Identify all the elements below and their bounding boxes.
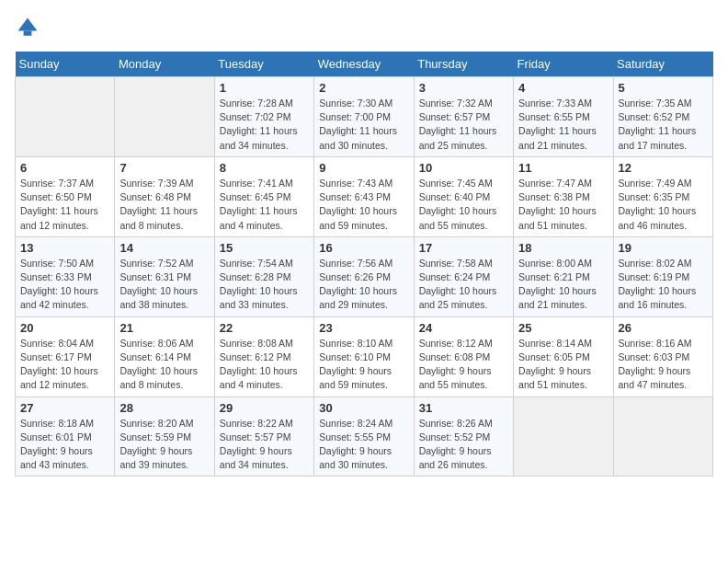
calendar-cell: 24Sunrise: 8:12 AMSunset: 6:08 PMDayligh… [414, 316, 513, 396]
sunset-text: Sunset: 6:28 PM [220, 271, 291, 282]
calendar-cell: 6Sunrise: 7:37 AMSunset: 6:50 PMDaylight… [16, 156, 115, 236]
cell-details: Sunrise: 8:06 AMSunset: 6:14 PMDaylight:… [119, 337, 209, 393]
calendar-cell: 7Sunrise: 7:39 AMSunset: 6:48 PMDaylight… [115, 156, 214, 236]
cell-details: Sunrise: 7:50 AMSunset: 6:33 PMDaylight:… [20, 257, 109, 313]
sunset-text: Sunset: 6:45 PM [220, 191, 291, 202]
sunrise-text: Sunrise: 7:54 AM [220, 258, 293, 269]
cell-details: Sunrise: 8:14 AMSunset: 6:05 PMDaylight:… [518, 337, 608, 393]
day-number: 30 [319, 401, 408, 415]
sunrise-text: Sunrise: 7:35 AM [619, 98, 692, 109]
daylight-text: Daylight: 11 hours and 25 minutes. [419, 125, 497, 150]
day-number: 18 [518, 241, 608, 255]
calendar-cell [514, 396, 613, 477]
day-number: 23 [319, 321, 408, 335]
sunset-text: Sunset: 6:55 PM [518, 111, 590, 122]
sunset-text: Sunset: 5:57 PM [220, 431, 291, 442]
sunset-text: Sunset: 6:08 PM [419, 351, 491, 362]
sunrise-text: Sunrise: 8:06 AM [119, 338, 193, 349]
daylight-text: Daylight: 9 hours and 55 minutes. [419, 365, 492, 390]
daylight-text: Daylight: 9 hours and 39 minutes. [119, 445, 192, 470]
day-number: 27 [20, 401, 109, 415]
sunset-text: Sunset: 6:14 PM [119, 351, 191, 362]
calendar-cell [613, 396, 712, 477]
daylight-text: Daylight: 10 hours and 42 minutes. [20, 285, 98, 310]
day-number: 20 [20, 321, 109, 335]
day-number: 29 [220, 401, 309, 415]
sunrise-text: Sunrise: 8:14 AM [518, 338, 592, 349]
sunrise-text: Sunrise: 7:58 AM [419, 258, 493, 269]
sunset-text: Sunset: 5:52 PM [419, 431, 491, 442]
day-of-week-header: Saturday [613, 52, 712, 77]
sunrise-text: Sunrise: 8:00 AM [518, 258, 592, 269]
cell-details: Sunrise: 7:28 AMSunset: 7:02 PMDaylight:… [220, 97, 309, 153]
calendar-week-row: 13Sunrise: 7:50 AMSunset: 6:33 PMDayligh… [16, 236, 713, 316]
cell-details: Sunrise: 7:32 AMSunset: 6:57 PMDaylight:… [419, 97, 508, 153]
sunrise-text: Sunrise: 7:39 AM [119, 178, 193, 189]
daylight-text: Daylight: 10 hours and 33 minutes. [220, 285, 298, 310]
day-number: 31 [419, 401, 508, 415]
calendar-week-row: 1Sunrise: 7:28 AMSunset: 7:02 PMDaylight… [16, 77, 713, 157]
calendar-cell: 26Sunrise: 8:16 AMSunset: 6:03 PMDayligh… [613, 316, 712, 396]
daylight-text: Daylight: 10 hours and 38 minutes. [119, 285, 198, 310]
sunrise-text: Sunrise: 8:20 AM [119, 418, 193, 429]
daylight-text: Daylight: 10 hours and 46 minutes. [619, 205, 697, 230]
calendar-cell: 29Sunrise: 8:22 AMSunset: 5:57 PMDayligh… [214, 396, 313, 477]
daylight-text: Daylight: 9 hours and 59 minutes. [319, 365, 392, 390]
cell-details: Sunrise: 7:30 AMSunset: 7:00 PMDaylight:… [319, 97, 408, 153]
calendar-cell: 2Sunrise: 7:30 AMSunset: 7:00 PMDaylight… [314, 77, 414, 157]
sunset-text: Sunset: 6:21 PM [518, 271, 590, 282]
sunset-text: Sunset: 6:17 PM [20, 351, 92, 362]
day-number: 21 [119, 321, 209, 335]
calendar-cell: 22Sunrise: 8:08 AMSunset: 6:12 PMDayligh… [214, 316, 313, 396]
calendar-cell: 18Sunrise: 8:00 AMSunset: 6:21 PMDayligh… [514, 236, 613, 316]
cell-details: Sunrise: 7:43 AMSunset: 6:43 PMDaylight:… [319, 177, 408, 233]
calendar-cell: 4Sunrise: 7:33 AMSunset: 6:55 PMDaylight… [514, 77, 613, 157]
cell-details: Sunrise: 8:04 AMSunset: 6:17 PMDaylight:… [20, 337, 109, 393]
day-of-week-header: Sunday [16, 52, 115, 77]
sunset-text: Sunset: 6:26 PM [319, 271, 391, 282]
cell-details: Sunrise: 7:52 AMSunset: 6:31 PMDaylight:… [119, 257, 209, 313]
daylight-text: Daylight: 9 hours and 51 minutes. [518, 365, 591, 390]
daylight-text: Daylight: 11 hours and 17 minutes. [619, 125, 697, 150]
calendar-week-row: 20Sunrise: 8:04 AMSunset: 6:17 PMDayligh… [16, 316, 713, 396]
cell-details: Sunrise: 8:26 AMSunset: 5:52 PMDaylight:… [419, 417, 508, 473]
sunrise-text: Sunrise: 7:37 AM [20, 178, 94, 189]
sunset-text: Sunset: 6:24 PM [419, 271, 491, 282]
day-number: 2 [319, 81, 408, 95]
day-of-week-header: Wednesday [314, 52, 414, 77]
calendar-week-row: 6Sunrise: 7:37 AMSunset: 6:50 PMDaylight… [16, 156, 713, 236]
cell-details: Sunrise: 8:18 AMSunset: 6:01 PMDaylight:… [20, 417, 109, 473]
sunrise-text: Sunrise: 7:47 AM [518, 178, 592, 189]
day-number: 6 [20, 161, 109, 175]
calendar-cell: 16Sunrise: 7:56 AMSunset: 6:26 PMDayligh… [314, 236, 414, 316]
daylight-text: Daylight: 9 hours and 26 minutes. [419, 445, 492, 470]
sunrise-text: Sunrise: 7:49 AM [619, 178, 692, 189]
calendar-cell: 21Sunrise: 8:06 AMSunset: 6:14 PMDayligh… [115, 316, 214, 396]
sunrise-text: Sunrise: 8:26 AM [419, 418, 493, 429]
calendar-table: SundayMondayTuesdayWednesdayThursdayFrid… [15, 52, 713, 477]
sunset-text: Sunset: 6:43 PM [319, 191, 391, 202]
sunset-text: Sunset: 6:33 PM [20, 271, 92, 282]
calendar-cell: 5Sunrise: 7:35 AMSunset: 6:52 PMDaylight… [613, 77, 712, 157]
daylight-text: Daylight: 9 hours and 30 minutes. [319, 445, 392, 470]
day-of-week-header: Tuesday [214, 52, 313, 77]
day-number: 22 [220, 321, 309, 335]
daylight-text: Daylight: 10 hours and 21 minutes. [518, 285, 597, 310]
day-number: 1 [220, 81, 309, 95]
day-number: 5 [619, 81, 708, 95]
sunrise-text: Sunrise: 7:33 AM [518, 98, 592, 109]
cell-details: Sunrise: 8:22 AMSunset: 5:57 PMDaylight:… [220, 417, 309, 473]
day-number: 12 [619, 161, 708, 175]
cell-details: Sunrise: 8:08 AMSunset: 6:12 PMDaylight:… [220, 337, 309, 393]
daylight-text: Daylight: 11 hours and 30 minutes. [319, 125, 397, 150]
day-of-week-header: Friday [514, 52, 613, 77]
sunset-text: Sunset: 6:19 PM [619, 271, 690, 282]
cell-details: Sunrise: 8:12 AMSunset: 6:08 PMDaylight:… [419, 337, 508, 393]
calendar-cell: 25Sunrise: 8:14 AMSunset: 6:05 PMDayligh… [514, 316, 613, 396]
cell-details: Sunrise: 7:54 AMSunset: 6:28 PMDaylight:… [220, 257, 309, 313]
day-number: 16 [319, 241, 408, 255]
sunrise-text: Sunrise: 8:24 AM [319, 418, 392, 429]
calendar-week-row: 27Sunrise: 8:18 AMSunset: 6:01 PMDayligh… [16, 396, 713, 477]
sunset-text: Sunset: 6:05 PM [518, 351, 590, 362]
calendar-cell: 17Sunrise: 7:58 AMSunset: 6:24 PMDayligh… [414, 236, 513, 316]
